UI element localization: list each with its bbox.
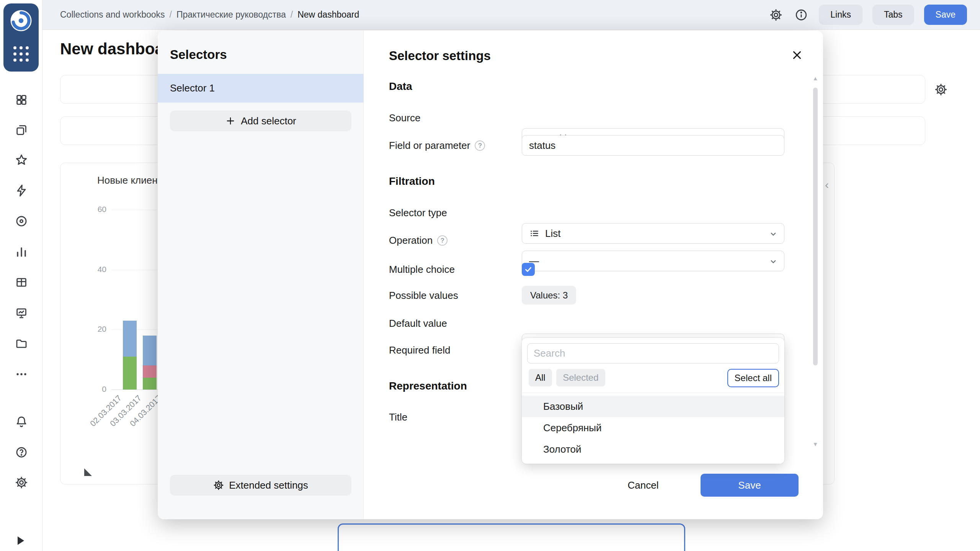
dropdown-filter-row: All Selected Select all	[529, 369, 779, 387]
multiple-choice-row: Multiple choice	[389, 259, 799, 280]
breadcrumb-current: New dashboard	[297, 10, 359, 20]
datalens-logo-icon	[8, 8, 34, 33]
source-row: Source Manual input	[389, 108, 799, 128]
bar-segment	[143, 378, 157, 390]
header-save-button[interactable]: Save	[924, 5, 967, 25]
extended-settings-button[interactable]: Extended settings	[170, 475, 351, 496]
default-value-label: Default value	[389, 313, 447, 334]
more-icon[interactable]	[12, 365, 31, 383]
cancel-button[interactable]: Cancel	[612, 475, 674, 496]
tables-icon[interactable]	[12, 273, 31, 292]
settings-icon[interactable]	[12, 473, 31, 492]
dialog-save-button[interactable]: Save	[701, 474, 799, 497]
selectors-panel-title: Selectors	[170, 47, 227, 62]
y-axis-tick: 40	[76, 265, 106, 274]
default-value-dropdown: All Selected Select all Базовый Серебрян…	[522, 338, 784, 464]
extended-settings-label: Extended settings	[229, 479, 308, 491]
field-label: Field or parameter	[389, 135, 485, 156]
selector-type-row: Selector type List	[389, 202, 799, 223]
folders-icon[interactable]	[12, 334, 31, 353]
tabs-button[interactable]: Tabs	[872, 5, 914, 25]
disc-icon[interactable]	[12, 212, 31, 230]
required-field-label: Required field	[389, 340, 450, 360]
y-axis-tick: 20	[76, 324, 106, 334]
help-icon[interactable]	[475, 140, 485, 151]
possible-values-row: Possible values Values: 3	[389, 285, 799, 306]
top-header: Collections and workbooks / Практические…	[42, 0, 980, 30]
filtration-section-heading: Filtration	[389, 175, 435, 187]
title-label: Title	[389, 407, 407, 427]
dashboards-icon[interactable]	[12, 91, 31, 109]
help-icon[interactable]	[437, 235, 448, 246]
selector-item-label: Selector 1	[170, 82, 215, 94]
plus-icon	[225, 116, 236, 126]
bar-segment	[143, 365, 157, 377]
close-icon[interactable]	[788, 46, 806, 64]
data-section-heading: Data	[389, 80, 412, 93]
field-row: Field or parameter	[389, 135, 799, 156]
bar-segment	[123, 321, 137, 357]
multiple-choice-label: Multiple choice	[389, 259, 455, 280]
multiple-choice-checkbox[interactable]	[522, 263, 535, 276]
add-selector-button[interactable]: Add selector	[170, 111, 351, 131]
scroll-down-icon[interactable]: ▼	[811, 441, 820, 447]
notifications-icon[interactable]	[12, 412, 31, 431]
y-axis-tick: 60	[76, 205, 106, 214]
add-selector-label: Add selector	[241, 115, 296, 127]
links-button[interactable]: Links	[819, 5, 862, 25]
search-input[interactable]	[527, 343, 779, 364]
widget-resize-handle[interactable]	[84, 468, 92, 476]
dropdown-option[interactable]: Серебряный	[522, 417, 784, 439]
breadcrumb-separator: /	[291, 10, 293, 20]
charts-icon[interactable]	[12, 243, 31, 261]
filter-selected-tab[interactable]: Selected	[556, 369, 605, 386]
apps-grid-icon[interactable]	[13, 46, 29, 62]
selector-list-item[interactable]: Selector 1	[158, 74, 364, 103]
quick-actions-icon[interactable]	[12, 181, 31, 200]
breadcrumb-collections[interactable]: Collections and workbooks	[60, 10, 165, 20]
dropdown-option[interactable]: Золотой	[522, 439, 784, 460]
operation-row: Operation —	[389, 230, 799, 251]
bar-segment	[123, 357, 137, 390]
representation-section-heading: Representation	[389, 380, 467, 392]
selector-settings-panel: Selector settings Data Source Manual inp…	[364, 31, 823, 519]
selector-type-label: Selector type	[389, 202, 447, 223]
widget-gear-icon[interactable]	[931, 79, 951, 100]
field-input[interactable]	[522, 135, 784, 156]
values-count-chip[interactable]: Values: 3	[522, 286, 576, 305]
check-icon	[524, 265, 533, 274]
breadcrumb-separator: /	[170, 10, 172, 20]
expand-sidebar-icon[interactable]	[18, 536, 24, 545]
selectors-list-panel: Selectors Selector 1 Add selector Extend…	[158, 31, 364, 519]
app-logo[interactable]	[3, 3, 39, 72]
possible-values-label: Possible values	[389, 285, 458, 306]
settings-panel-title: Selector settings	[389, 49, 491, 63]
breadcrumb-workbook[interactable]: Практические руководства	[176, 10, 286, 20]
divider	[522, 393, 784, 393]
dropdown-option[interactable]: Базовый	[522, 396, 784, 417]
filter-all-tab[interactable]: All	[529, 369, 552, 386]
gear-icon	[213, 480, 224, 491]
operation-label: Operation	[389, 230, 448, 251]
selectors-dialog: Selectors Selector 1 Add selector Extend…	[158, 31, 823, 519]
bar-segment	[143, 336, 157, 365]
breadcrumb: Collections and workbooks / Практические…	[60, 10, 359, 20]
header-settings-icon[interactable]	[768, 7, 784, 23]
select-all-button[interactable]: Select all	[727, 369, 779, 387]
selected-widget-outline[interactable]	[338, 523, 685, 551]
workbooks-icon[interactable]	[12, 121, 31, 139]
header-info-icon[interactable]	[794, 7, 809, 23]
presentations-icon[interactable]	[12, 304, 31, 322]
favorites-icon[interactable]	[12, 151, 31, 169]
scrollbar-thumb[interactable]	[813, 88, 818, 365]
sidebar	[0, 0, 42, 551]
default-value-row: Default value Not defined	[389, 313, 799, 334]
y-axis-tick: 0	[76, 385, 106, 394]
source-label: Source	[389, 108, 420, 128]
help-icon[interactable]	[12, 443, 31, 461]
scroll-up-icon[interactable]: ▲	[811, 75, 820, 82]
